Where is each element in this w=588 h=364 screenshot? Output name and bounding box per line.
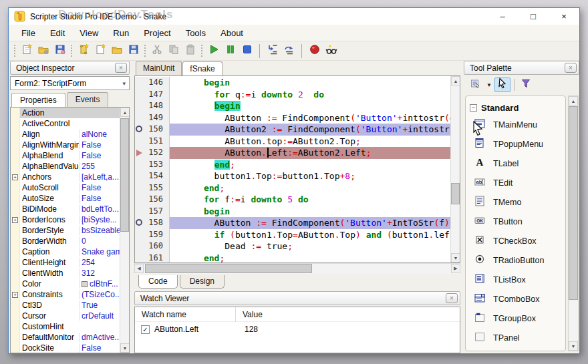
line-number[interactable]: 146: [135, 77, 170, 89]
save-button[interactable]: [125, 42, 142, 59]
line-number[interactable]: 159: [135, 229, 170, 241]
property-row-autoscroll[interactable]: AutoScrollFalse: [11, 182, 129, 193]
menu-item-view[interactable]: View: [72, 26, 106, 40]
property-row-align[interactable]: AlignalNone: [11, 129, 129, 140]
property-row-autosize[interactable]: AutoSizeFalse: [11, 193, 129, 204]
close-icon[interactable]: ×: [565, 63, 577, 73]
code-line-150[interactable]: 150 AButton2 := FindComponent('Button'+i…: [135, 124, 450, 136]
code-line-body[interactable]: for q:=i downto 2 do: [170, 89, 450, 101]
code-line-body[interactable]: AButton.top:=AButton2.Top;: [170, 136, 450, 148]
new-project-button[interactable]: [18, 42, 35, 59]
property-row-clientwidth[interactable]: ClientWidth312: [11, 268, 129, 279]
property-row-bordericons[interactable]: +BorderIcons[biSyste...: [11, 214, 129, 225]
minimize-button[interactable]: –: [487, 8, 518, 25]
palette-filter-button[interactable]: [518, 77, 534, 92]
menu-item-project[interactable]: Project: [136, 26, 178, 40]
line-number[interactable]: 152: [135, 147, 170, 159]
code-line-body[interactable]: end;: [170, 159, 450, 171]
property-row-customhint[interactable]: CustomHint: [11, 321, 129, 332]
menu-item-file[interactable]: File: [14, 26, 43, 40]
property-row-borderstyle[interactable]: BorderStylebsSizeable: [11, 225, 129, 236]
pause-button[interactable]: [222, 42, 239, 59]
property-row-borderwidth[interactable]: BorderWidth0: [11, 236, 129, 246]
step-into-button[interactable]: [264, 42, 281, 59]
stop-button[interactable]: [239, 42, 255, 59]
close-icon[interactable]: ×: [115, 63, 127, 73]
new-file-button[interactable]: [92, 42, 108, 59]
new-script-button[interactable]: [75, 42, 92, 59]
copy-button[interactable]: [165, 42, 182, 59]
code-line-159[interactable]: 159 if (button1.Top=AButton.Top) and (bu…: [135, 229, 450, 241]
menu-item-about[interactable]: About: [213, 26, 251, 40]
code-line-153[interactable]: 153 end;: [135, 159, 450, 171]
code-line-148[interactable]: 148 begin: [135, 100, 450, 112]
palette-item-tpopupmenu[interactable]: TPopupMenu: [466, 134, 565, 154]
line-number[interactable]: 156: [135, 194, 170, 206]
line-number[interactable]: 155: [135, 182, 170, 194]
code-line-body[interactable]: Dead := true;: [170, 240, 450, 252]
property-row-alphablendvalue[interactable]: AlphaBlendValue255: [11, 161, 129, 172]
menu-item-run[interactable]: Run: [106, 26, 136, 40]
code-line-body[interactable]: for f:=i downto 5 do: [170, 194, 450, 206]
code-line-146[interactable]: 146 begin: [135, 77, 450, 89]
save-project-button[interactable]: [51, 42, 68, 59]
tab-mainunit[interactable]: MainUnit: [136, 61, 182, 75]
object-inspector-header[interactable]: Object Inspector ×: [10, 61, 130, 75]
editor-vscrollbar[interactable]: ▲ ▼: [450, 76, 460, 262]
expand-icon[interactable]: +: [12, 174, 18, 180]
palette-item-tbutton[interactable]: OKTButton: [466, 212, 565, 231]
code-line-body[interactable]: AButton := FindComponent('Button'+IntToS…: [170, 217, 450, 229]
palette-scrollbar[interactable]: ▲ ▼: [568, 96, 579, 351]
run-button[interactable]: [205, 42, 222, 59]
property-row-alignwithmargins[interactable]: AlignWithMarginsFalse: [11, 140, 129, 150]
code-line-body[interactable]: AButton2 := FindComponent('Button'+intto…: [170, 124, 450, 136]
property-row-ctl3d[interactable]: Ctl3DTrue: [11, 300, 129, 311]
code-line-161[interactable]: 161 end;: [135, 252, 450, 264]
tab-design[interactable]: Design: [180, 275, 225, 289]
code-line-body[interactable]: AButton.Left:=AButton2.Left;: [170, 147, 450, 159]
palette-category[interactable]: − Standard: [466, 100, 565, 115]
code-line-body[interactable]: begin: [170, 100, 450, 112]
tab-events[interactable]: Events: [67, 92, 109, 107]
palette-component-button[interactable]: [468, 77, 484, 92]
code-line-154[interactable]: 154 button1.Top:=button1.Top+8;: [135, 170, 450, 182]
property-row-constraints[interactable]: +Constraints(TSizeCo...: [11, 289, 129, 300]
line-number[interactable]: 158: [135, 217, 170, 229]
palette-item-tgroupbox[interactable]: TGroupBox: [466, 309, 565, 328]
palette-item-tlabel[interactable]: ATLabel: [466, 154, 565, 173]
property-row-docksite[interactable]: DockSiteFalse: [11, 343, 129, 353]
palette-item-tradiobutton[interactable]: TRadioButton: [466, 250, 565, 270]
code-line-147[interactable]: 147 for q:=i downto 2 do: [135, 89, 450, 101]
code-line-155[interactable]: 155 end;: [135, 182, 450, 194]
tab-code[interactable]: Code: [138, 275, 178, 289]
palette-item-tcombobox[interactable]: TComboBox: [466, 289, 565, 309]
palette-item-tradiogroup[interactable]: TRadioGroup: [466, 347, 565, 351]
watch-row[interactable]: ✓AButton.Left128: [135, 322, 460, 337]
property-row-color[interactable]: ColorclBtnF...: [11, 279, 129, 289]
palette-item-tmainmenu[interactable]: TMainMenu: [466, 115, 565, 134]
breakpoint-button[interactable]: [306, 42, 323, 59]
code-line-160[interactable]: 160 Dead := true;: [135, 240, 450, 252]
code-line-body[interactable]: end;: [170, 182, 450, 194]
code-editor[interactable]: 146 begin147 for q:=i downto 2 do148 beg…: [134, 75, 460, 263]
code-line-body[interactable]: button1.Top:=button1.Top+8;: [170, 170, 450, 182]
palette-pointer-button[interactable]: [494, 77, 510, 92]
property-row-bidimode[interactable]: BiDiModebdLeftTo...: [11, 204, 129, 214]
open-file-button[interactable]: [108, 42, 125, 59]
property-row-anchors[interactable]: +Anchors[akLeft,a...: [11, 172, 129, 182]
inspector-scrollbar[interactable]: ▲ ▼: [120, 108, 129, 353]
property-row-clientheight[interactable]: ClientHeight254: [11, 257, 129, 268]
palette-item-tpanel[interactable]: TPanel: [466, 328, 565, 347]
breakpoint-icon[interactable]: [136, 219, 142, 226]
property-row-alphablend[interactable]: AlphaBlendFalse: [11, 150, 129, 161]
maximize-button[interactable]: □: [518, 8, 549, 25]
close-button[interactable]: ×: [549, 8, 579, 25]
watch-column-name[interactable]: Watch name: [135, 307, 236, 322]
line-number[interactable]: 154: [135, 170, 170, 182]
editor-hscrollbar[interactable]: ◀ ▶: [134, 263, 460, 274]
menu-item-edit[interactable]: Edit: [43, 26, 72, 40]
code-line-body[interactable]: begin: [170, 206, 450, 218]
watch-column-value[interactable]: Value: [236, 310, 263, 319]
line-number[interactable]: 153: [135, 159, 170, 171]
palette-item-tmemo[interactable]: TMemo: [466, 192, 565, 212]
